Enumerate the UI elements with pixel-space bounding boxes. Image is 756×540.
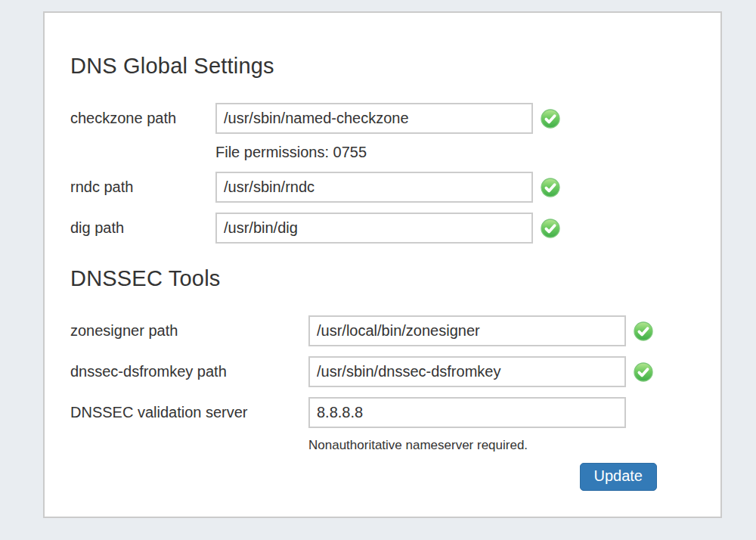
dnssec-validation-server-help: Nonauthoritative nameserver required. xyxy=(308,438,720,453)
success-check-icon xyxy=(541,219,560,238)
settings-panel: DNS Global Settings checkzone path File … xyxy=(43,11,722,518)
form-row-dig-path: dig path xyxy=(70,213,720,244)
form-row-zonesigner-path: zonesigner path xyxy=(70,315,720,346)
zonesigner-path-input[interactable] xyxy=(308,315,626,346)
zonesigner-path-label: zonesigner path xyxy=(70,322,308,340)
dig-path-label: dig path xyxy=(70,219,215,237)
dnssec-dsfromkey-path-label: dnssec-dsfromkey path xyxy=(70,363,308,380)
success-check-icon xyxy=(541,178,560,197)
update-button[interactable]: Update xyxy=(580,463,658,491)
rndc-path-label: rndc path xyxy=(70,178,215,196)
dig-path-input[interactable] xyxy=(215,213,533,244)
form-row-dnssec-dsfromkey-path: dnssec-dsfromkey path xyxy=(70,356,720,387)
dnssec-validation-server-input[interactable] xyxy=(308,397,626,428)
section-title-dnssec-tools: DNSSEC Tools xyxy=(70,266,720,291)
section-title-dns-global: DNS Global Settings xyxy=(70,54,720,79)
form-row-rndc-path: rndc path xyxy=(70,172,720,203)
success-check-icon xyxy=(541,109,560,129)
checkzone-path-label: checkzone path xyxy=(70,110,215,127)
button-row: Update xyxy=(70,463,657,491)
checkzone-path-input[interactable] xyxy=(215,103,533,134)
form-row-checkzone-path: checkzone path xyxy=(70,103,720,134)
form-row-dnssec-validation-server: DNSSEC validation server xyxy=(70,397,720,428)
dnssec-dsfromkey-path-input[interactable] xyxy=(308,356,626,387)
success-check-icon xyxy=(634,362,653,382)
dnssec-validation-server-label: DNSSEC validation server xyxy=(70,404,308,421)
success-check-icon xyxy=(634,321,653,341)
rndc-path-input[interactable] xyxy=(215,172,533,203)
checkzone-path-help: File permissions: 0755 xyxy=(215,144,720,161)
